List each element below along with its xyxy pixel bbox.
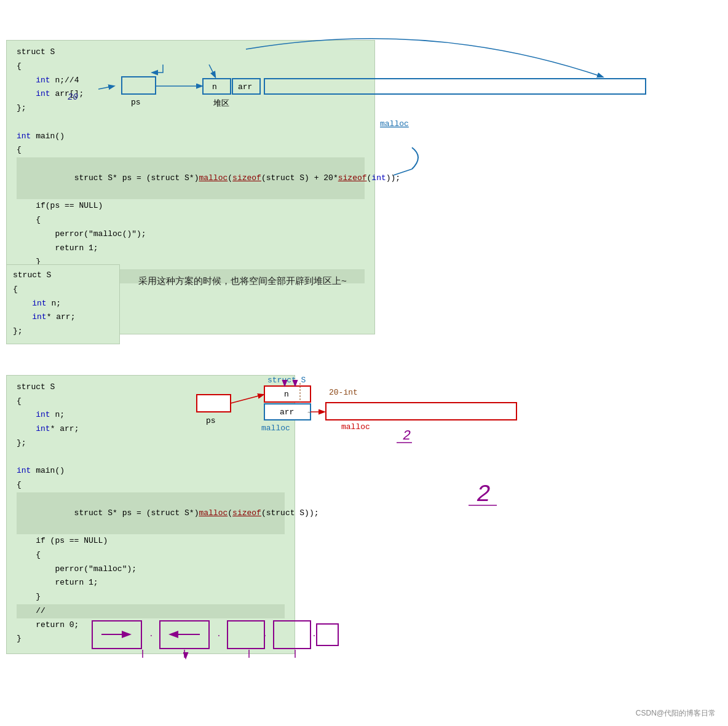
code-line: struct S — [13, 269, 113, 283]
section3: struct S { int n; int* arr; }; int main(… — [0, 369, 728, 596]
svg-text:n: n — [284, 390, 289, 399]
svg-text:malloc: malloc — [341, 422, 370, 432]
linked-list-diagram: . . . . — [80, 606, 344, 667]
code-line: int n; — [13, 297, 113, 311]
svg-text:malloc: malloc — [380, 119, 409, 128]
svg-text:n: n — [212, 82, 217, 92]
svg-text:ps: ps — [131, 98, 141, 107]
section4: . . . . — [0, 606, 728, 667]
code-block-2: struct S { int n; int* arr; }; — [6, 264, 120, 344]
section1: struct S { int n;//4 int arr[]; }; int m… — [0, 0, 728, 258]
watermark: CSDN@代阳的博客日常 — [636, 708, 716, 719]
svg-text:arr: arr — [238, 82, 252, 92]
svg-rect-41 — [274, 621, 311, 649]
svg-text:.: . — [149, 629, 154, 639]
diagram-1: 20 n arr ps 堆区 malloc — [0, 0, 713, 258]
svg-text:ps: ps — [206, 416, 216, 425]
svg-text:arr: arr — [280, 408, 294, 417]
svg-text:堆区: 堆区 — [213, 99, 229, 108]
svg-rect-1 — [122, 77, 156, 94]
diagram-3: struct S n arr ps malloc 20-int malloc — [0, 369, 713, 596]
svg-text:2: 2 — [477, 481, 491, 508]
svg-rect-43 — [317, 624, 338, 645]
svg-text:2: 2 — [403, 428, 411, 444]
section2-description: 采用这种方案的时候，也将空间全部开辟到堆区上~ — [138, 264, 728, 287]
svg-text:.: . — [263, 629, 267, 639]
svg-text:malloc: malloc — [261, 424, 290, 433]
svg-rect-16 — [197, 395, 231, 412]
svg-line-20 — [231, 395, 263, 403]
code-line: { — [13, 283, 113, 297]
svg-line-10 — [394, 169, 412, 175]
svg-text:20-int: 20-int — [329, 388, 358, 397]
svg-text:.: . — [312, 629, 317, 639]
svg-rect-39 — [228, 621, 264, 649]
section2: struct S { int n; int* arr; }; 采用这种方案的时候… — [0, 264, 728, 344]
svg-text:.: . — [216, 629, 221, 639]
svg-rect-6 — [264, 79, 646, 94]
svg-text:~: ~ — [307, 409, 312, 417]
code-line: }; — [13, 325, 113, 339]
svg-text:20: 20 — [68, 92, 78, 102]
code-line: int* arr; — [13, 310, 113, 325]
svg-rect-22 — [326, 403, 516, 420]
